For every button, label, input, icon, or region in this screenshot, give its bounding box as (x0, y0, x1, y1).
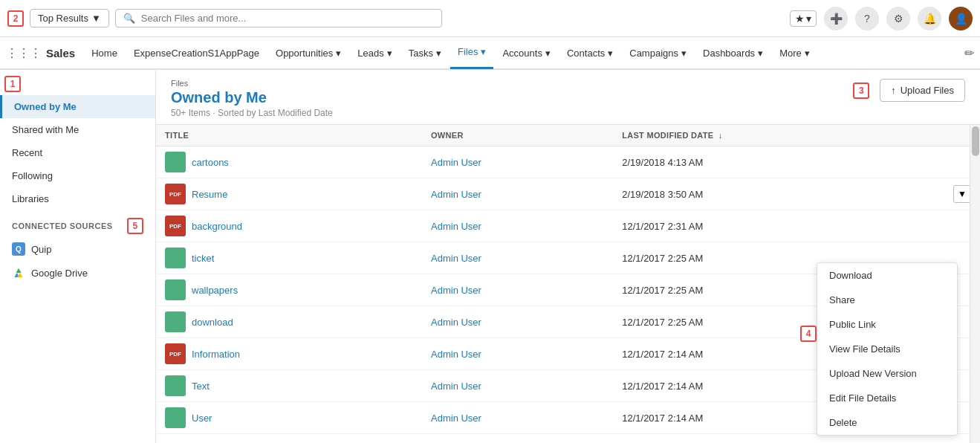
scrollbar-thumb[interactable] (972, 126, 979, 156)
owner-link[interactable]: Admin User (431, 349, 481, 360)
file-name-link[interactable]: download (192, 317, 233, 328)
top-bar-right: ★ ▾ ➕ ? ⚙ 🔔 👤 (790, 7, 973, 30)
owner-link[interactable]: Admin User (431, 413, 481, 424)
chevron-down-icon-campaigns: ▾ (681, 48, 687, 59)
table-row: PDF background Admin User 12/1/2017 2:31… (156, 210, 980, 242)
file-icon: PDF (165, 216, 186, 236)
file-title-cell: PDF Resume (156, 178, 422, 210)
top-results-button[interactable]: Top Results ▼ (30, 9, 109, 28)
nav-label-contacts: Contacts (567, 48, 605, 59)
file-date-cell: 2/19/2018 4:13 AM (613, 146, 944, 178)
search-input[interactable] (141, 13, 434, 24)
nav-item-more[interactable]: More ▾ (772, 36, 817, 69)
file-title-cell: PDF background (156, 210, 422, 242)
nav-item-campaigns[interactable]: Campaigns ▾ (622, 36, 694, 69)
gdrive-icon (12, 266, 25, 279)
owner-link[interactable]: Admin User (431, 317, 481, 328)
edit-nav-icon[interactable]: ✏ (964, 46, 974, 60)
file-owner-cell: Admin User (422, 370, 613, 402)
table-header-row: TITLE OWNER LAST MODIFIED DATE ↓ (156, 125, 980, 146)
add-button[interactable]: ➕ (824, 7, 848, 30)
dropdown-menu-item[interactable]: View File Details (817, 337, 957, 361)
scrollbar[interactable] (970, 125, 980, 443)
sidebar-item-recent[interactable]: Recent (0, 141, 155, 164)
table-container: TITLE OWNER LAST MODIFIED DATE ↓ cartoon… (156, 125, 980, 443)
file-date-cell: 2/19/2018 3:50 AM (613, 178, 944, 210)
owner-link[interactable]: Admin User (431, 221, 481, 232)
nav-item-files[interactable]: Files ▾ (450, 36, 493, 69)
sidebar-item-google-drive[interactable]: Google Drive (0, 261, 155, 285)
owner-link[interactable]: Admin User (431, 157, 481, 168)
sidebar: 1 Owned by Me Shared with Me Recent Foll… (0, 70, 156, 443)
file-name-link[interactable]: Text (192, 381, 210, 392)
file-name-link[interactable]: wallpapers (192, 285, 238, 296)
page-title: Owned by Me (171, 89, 333, 106)
file-title-cell: ticket (156, 242, 422, 274)
nav-label-tasks: Tasks (409, 48, 433, 59)
dropdown-menu-item[interactable]: Download (817, 263, 957, 288)
nav-item-expense[interactable]: ExpenseCreationS1AppPage (126, 36, 267, 69)
owner-link[interactable]: Admin User (431, 381, 481, 392)
settings-button[interactable]: ⚙ (886, 7, 910, 30)
nav-item-leads[interactable]: Leads ▾ (350, 36, 399, 69)
owner-link[interactable]: Admin User (431, 285, 481, 296)
sort-icon: ↓ (718, 131, 723, 140)
table-row: cartoons Admin User 2/19/2018 4:13 AM (156, 146, 980, 178)
table-row: PDF Resume Admin User 2/19/2018 3:50 AM … (156, 178, 980, 210)
sidebar-item-owned-by-me[interactable]: Owned by Me (0, 95, 155, 118)
annotation-badge-5: 5 (127, 218, 143, 234)
nav-item-tasks[interactable]: Tasks ▾ (401, 36, 449, 69)
dropdown-menu-item[interactable]: Public Link (817, 312, 957, 337)
file-icon: PDF (165, 184, 186, 204)
help-button[interactable]: ? (855, 7, 879, 30)
notifications-button[interactable]: 🔔 (918, 7, 941, 30)
annotation-badge-3: 3 (853, 83, 869, 99)
annotation-badge-4: 4 (800, 326, 817, 342)
avatar[interactable]: 👤 (949, 7, 973, 30)
annotation-badge-1: 1 (4, 76, 21, 92)
grid-icon[interactable]: ⋮⋮⋮ (6, 46, 42, 60)
chevron-down-icon-files: ▾ (481, 46, 486, 57)
dropdown-menu-item[interactable]: Share (817, 288, 957, 312)
dropdown-menu-item[interactable]: Edit File Details (817, 386, 957, 410)
file-name-link[interactable]: User (192, 413, 212, 424)
dropdown-menu-item[interactable]: Delete (817, 410, 957, 435)
sidebar-item-quip[interactable]: Q Quip (0, 237, 155, 261)
owner-link[interactable]: Admin User (431, 253, 481, 264)
dropdown-menu-item[interactable]: Upload New Version (817, 361, 957, 386)
sidebar-item-libraries[interactable]: Libraries (0, 187, 155, 210)
sidebar-item-shared-with-me[interactable]: Shared with Me (0, 118, 155, 141)
file-name-link[interactable]: ticket (192, 253, 214, 264)
nav-item-contacts[interactable]: Contacts ▾ (559, 36, 620, 69)
search-area: 🔍 (115, 9, 442, 28)
owner-link[interactable]: Admin User (431, 189, 481, 200)
app-name: Sales (46, 47, 75, 59)
sidebar-label-owned: Owned by Me (14, 101, 77, 112)
dropdown-menu: DownloadSharePublic LinkView File Detail… (817, 262, 958, 436)
nav-item-opportunities[interactable]: Opportunities ▾ (268, 36, 348, 69)
file-name-link[interactable]: Information (192, 349, 240, 360)
file-name-link[interactable]: background (192, 221, 242, 232)
upload-label: Upload Files (901, 85, 954, 96)
file-title-cell: cartoons (156, 146, 422, 178)
nav-item-home[interactable]: Home (84, 36, 125, 69)
nav-item-dashboards[interactable]: Dashboards ▾ (695, 36, 770, 69)
chevron-down-icon-accounts: ▾ (545, 48, 551, 59)
file-name-link[interactable]: cartoons (192, 157, 229, 168)
nav-label-files: Files (458, 46, 478, 57)
file-owner-cell: Admin User (422, 306, 613, 338)
nav-item-accounts[interactable]: Accounts ▾ (495, 36, 557, 69)
sidebar-label-following: Following (12, 170, 53, 181)
sidebar-label-recent: Recent (12, 147, 42, 158)
favorites-button[interactable]: ★ ▾ (790, 10, 817, 27)
sidebar-item-following[interactable]: Following (0, 164, 155, 187)
nav-label-campaigns: Campaigns (629, 48, 678, 59)
row-dropdown-button[interactable]: ▼ (953, 185, 971, 203)
file-name-link[interactable]: Resume (192, 189, 227, 200)
file-owner-cell: Admin User (422, 178, 613, 210)
chevron-down-icon-contacts: ▾ (608, 48, 613, 59)
top-results-label: Top Results (38, 13, 88, 24)
upload-files-button[interactable]: ↑ Upload Files (880, 79, 965, 102)
file-icon (165, 311, 186, 332)
chevron-down-icon-more: ▾ (805, 48, 810, 59)
